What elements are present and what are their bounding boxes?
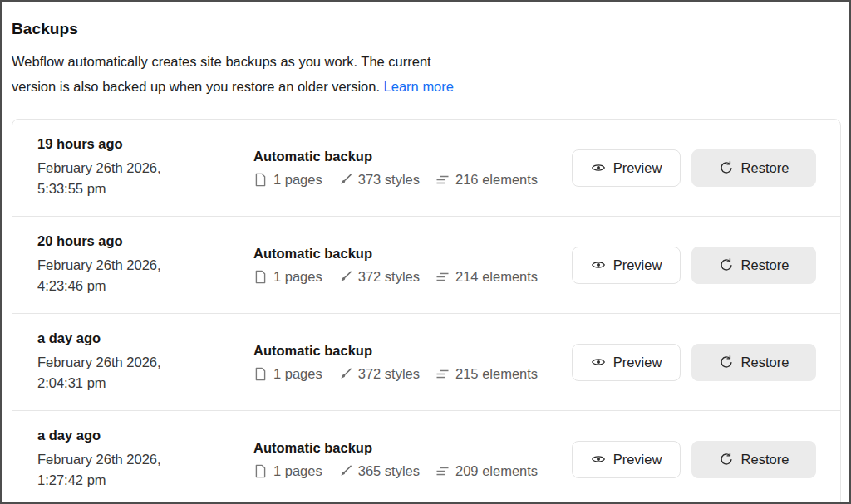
pages-stat: 1 pages <box>253 366 322 382</box>
pages-count: 1 pages <box>273 366 322 382</box>
backup-date-line-1: February 26th 2026, <box>37 355 161 369</box>
restore-button-label: Restore <box>741 355 790 370</box>
brush-icon <box>338 270 352 284</box>
backup-date-line-2: 2:04:31 pm <box>37 375 106 390</box>
brush-icon <box>338 367 352 381</box>
backup-stats: 1 pages 372 styles 214 elements <box>253 269 558 285</box>
rotate-cw-icon <box>719 160 734 175</box>
elements-count: 214 elements <box>455 269 538 285</box>
backups-table: 19 hours ago February 26th 2026,5:33:55 … <box>12 119 841 504</box>
page-icon <box>253 367 268 381</box>
relative-time-label: 19 hours ago <box>37 136 215 152</box>
backup-info-cell: Automatic backup 1 pages 372 styles 215 … <box>229 314 572 410</box>
backup-row: a day ago February 26th 2026,1:27:42 pm … <box>12 411 840 504</box>
backup-date-line-2: 5:33:55 pm <box>37 181 106 196</box>
preview-button-label: Preview <box>613 257 662 273</box>
backup-row: 19 hours ago February 26th 2026,5:33:55 … <box>12 120 840 217</box>
backup-stats: 1 pages 373 styles 216 elements <box>253 172 558 188</box>
backups-settings-panel: Backups Webflow automatically creates si… <box>0 0 851 504</box>
layers-icon <box>435 367 450 381</box>
styles-stat: 372 styles <box>338 269 420 285</box>
elements-stat: 215 elements <box>435 366 538 382</box>
elements-count: 216 elements <box>455 172 538 188</box>
backup-timestamp-cell: 19 hours ago February 26th 2026,5:33:55 … <box>12 120 229 216</box>
layers-icon <box>435 464 450 478</box>
styles-count: 365 styles <box>358 463 420 479</box>
restore-button[interactable]: Restore <box>691 247 816 284</box>
pages-count: 1 pages <box>273 269 322 285</box>
elements-stat: 214 elements <box>435 269 538 285</box>
backup-date-line-1: February 26th 2026, <box>37 160 161 175</box>
brush-icon <box>338 173 352 187</box>
backup-date-line-1: February 26th 2026, <box>37 257 161 272</box>
eye-icon <box>591 257 606 272</box>
backup-date-line-2: 4:23:46 pm <box>37 278 106 293</box>
preview-button[interactable]: Preview <box>572 149 681 187</box>
styles-count: 372 styles <box>358 366 420 382</box>
backup-name: Automatic backup <box>253 343 558 359</box>
preview-button-label: Preview <box>613 355 662 370</box>
page-title: Backups <box>12 20 841 38</box>
description-line-1: Webflow automatically creates site backu… <box>12 54 431 69</box>
backup-info-cell: Automatic backup 1 pages 373 styles 216 … <box>229 120 572 216</box>
restore-button-label: Restore <box>741 257 790 273</box>
elements-count: 215 elements <box>455 366 538 382</box>
layers-icon <box>435 270 450 284</box>
backup-row: a day ago February 26th 2026,2:04:31 pm … <box>12 314 840 411</box>
description-line-2: version is also backed up when you resto… <box>12 79 380 94</box>
styles-stat: 365 styles <box>338 463 420 479</box>
preview-button-label: Preview <box>613 452 662 467</box>
backup-actions-cell: Preview Restore <box>572 411 840 504</box>
learn-more-link[interactable]: Learn more <box>384 79 454 94</box>
backup-date: February 26th 2026,4:23:46 pm <box>37 255 215 296</box>
restore-button[interactable]: Restore <box>691 441 816 478</box>
relative-time-label: a day ago <box>37 428 215 443</box>
brush-icon <box>338 464 352 478</box>
backup-info-cell: Automatic backup 1 pages 365 styles 209 … <box>229 411 572 504</box>
rotate-cw-icon <box>719 452 734 467</box>
page-description: Webflow automatically creates site backu… <box>12 49 841 99</box>
pages-stat: 1 pages <box>253 269 322 285</box>
eye-icon <box>591 355 606 369</box>
page-icon <box>253 173 268 187</box>
preview-button[interactable]: Preview <box>572 344 681 381</box>
backup-stats: 1 pages 372 styles 215 elements <box>253 366 558 382</box>
pages-count: 1 pages <box>273 172 322 188</box>
restore-button[interactable]: Restore <box>691 344 816 381</box>
backup-date-line-2: 1:27:42 pm <box>37 472 106 487</box>
backup-timestamp-cell: 20 hours ago February 26th 2026,4:23:46 … <box>12 217 229 313</box>
preview-button[interactable]: Preview <box>572 247 681 284</box>
elements-count: 209 elements <box>455 463 538 479</box>
styles-stat: 372 styles <box>338 366 420 382</box>
backup-date: February 26th 2026,2:04:31 pm <box>37 352 215 394</box>
rotate-cw-icon <box>719 257 734 272</box>
backup-name: Automatic backup <box>253 440 558 456</box>
styles-stat: 373 styles <box>338 172 420 188</box>
backup-date: February 26th 2026,5:33:55 pm <box>37 158 215 199</box>
styles-count: 373 styles <box>358 172 420 188</box>
backup-date-line-1: February 26th 2026, <box>37 452 161 467</box>
backup-actions-cell: Preview Restore <box>572 217 840 313</box>
backup-timestamp-cell: a day ago February 26th 2026,1:27:42 pm <box>12 411 229 504</box>
layers-icon <box>435 173 450 187</box>
pages-stat: 1 pages <box>253 172 322 188</box>
elements-stat: 216 elements <box>435 172 538 188</box>
rotate-cw-icon <box>719 355 734 369</box>
backup-info-cell: Automatic backup 1 pages 372 styles 214 … <box>229 217 572 313</box>
backup-date: February 26th 2026,1:27:42 pm <box>37 449 215 491</box>
backup-stats: 1 pages 365 styles 209 elements <box>253 463 558 479</box>
relative-time-label: 20 hours ago <box>37 233 215 249</box>
preview-button-label: Preview <box>613 160 662 176</box>
page-icon <box>253 464 268 478</box>
backup-actions-cell: Preview Restore <box>572 120 840 216</box>
pages-count: 1 pages <box>273 463 322 479</box>
eye-icon <box>591 452 606 467</box>
restore-button[interactable]: Restore <box>691 149 816 187</box>
preview-button[interactable]: Preview <box>572 441 681 478</box>
backup-row: 20 hours ago February 26th 2026,4:23:46 … <box>12 217 840 314</box>
backup-name: Automatic backup <box>253 149 558 164</box>
eye-icon <box>591 160 606 175</box>
relative-time-label: a day ago <box>37 330 215 346</box>
styles-count: 372 styles <box>358 269 420 285</box>
backup-actions-cell: Preview Restore <box>572 314 840 410</box>
